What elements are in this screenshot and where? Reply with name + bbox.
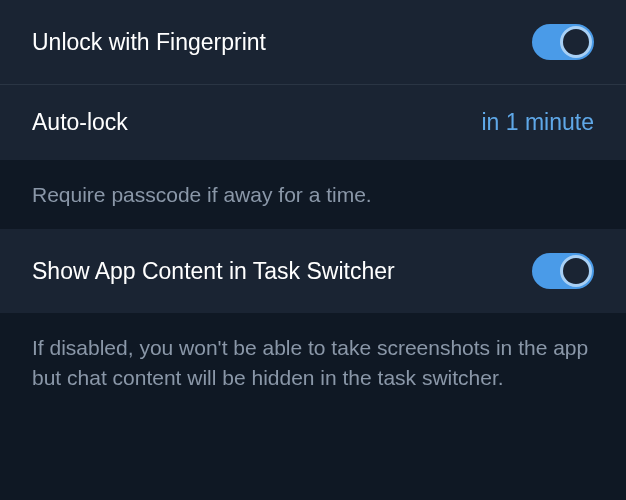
- toggle-knob-icon: [560, 26, 592, 58]
- fingerprint-row[interactable]: Unlock with Fingerprint: [0, 0, 626, 85]
- autolock-label: Auto-lock: [32, 109, 128, 136]
- task-switcher-toggle[interactable]: [532, 253, 594, 289]
- autolock-row[interactable]: Auto-lock in 1 minute: [0, 85, 626, 160]
- fingerprint-toggle[interactable]: [532, 24, 594, 60]
- fingerprint-label: Unlock with Fingerprint: [32, 29, 266, 56]
- settings-section-top: Unlock with Fingerprint Auto-lock in 1 m…: [0, 0, 626, 160]
- task-switcher-label: Show App Content in Task Switcher: [32, 258, 395, 285]
- settings-section-bottom: Show App Content in Task Switcher: [0, 229, 626, 313]
- autolock-help-text: Require passcode if away for a time.: [0, 160, 626, 229]
- task-switcher-row[interactable]: Show App Content in Task Switcher: [0, 229, 626, 313]
- toggle-knob-icon: [560, 255, 592, 287]
- autolock-value: in 1 minute: [481, 109, 594, 136]
- task-switcher-help-text: If disabled, you won't be able to take s…: [0, 313, 626, 412]
